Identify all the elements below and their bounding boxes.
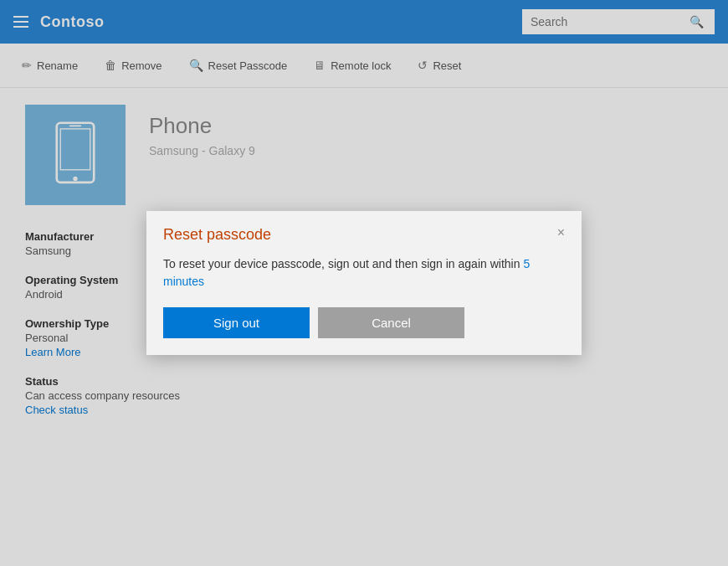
modal-overlay: Reset passcode × To reset your device pa… <box>0 0 728 566</box>
reset-passcode-modal: Reset passcode × To reset your device pa… <box>146 211 582 355</box>
modal-message: To reset your device passcode, sign out … <box>163 255 565 291</box>
sign-out-button[interactable]: Sign out <box>163 307 310 338</box>
cancel-button[interactable]: Cancel <box>318 307 464 338</box>
modal-message-part1: To reset your device passcode, sign out … <box>163 257 523 270</box>
modal-body: To reset your device passcode, sign out … <box>146 252 582 355</box>
modal-header: Reset passcode × <box>146 211 582 252</box>
modal-close-button[interactable]: × <box>557 226 565 239</box>
modal-title: Reset passcode <box>163 226 271 244</box>
modal-actions: Sign out Cancel <box>163 307 565 338</box>
